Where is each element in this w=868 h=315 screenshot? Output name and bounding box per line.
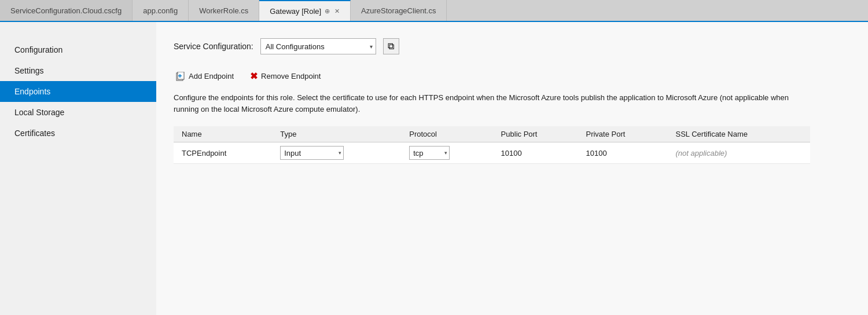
sidebar: Configuration Settings Endpoints Local S… (0, 22, 156, 315)
tab-bar: ServiceConfiguration.Cloud.cscfg app.con… (0, 0, 868, 22)
tab-close-icon[interactable]: ✕ (334, 8, 340, 15)
table-row: TCPEndpoint Input Internal InstanceInput… (174, 142, 810, 164)
tab-label: AzureStorageClient.cs (361, 6, 436, 15)
type-select[interactable]: Input Internal InstanceInput (280, 146, 344, 160)
add-endpoint-button[interactable]: Add Endpoint (174, 71, 236, 82)
type-select-wrapper: Input Internal InstanceInput ▾ (280, 146, 344, 160)
copy-config-button[interactable]: ⧉ (383, 38, 399, 54)
tab-label: ServiceConfiguration.Cloud.cscfg (10, 6, 122, 15)
cell-name: TCPEndpoint (174, 142, 272, 164)
col-private-port: Private Port (578, 126, 667, 142)
service-config-label: Service Configuration: (174, 42, 253, 51)
col-ssl-cert: SSL Certificate Name (667, 126, 810, 142)
endpoints-description: Configure the endpoints for this role. S… (174, 92, 810, 115)
toolbar-row: Add Endpoint ✖ Remove Endpoint (174, 69, 851, 83)
remove-endpoint-icon: ✖ (250, 71, 258, 82)
tab-label: Gateway [Role] (270, 7, 321, 16)
cell-protocol: tcp http https ▾ (401, 142, 492, 164)
add-endpoint-label: Add Endpoint (189, 72, 234, 80)
tab-service-config[interactable]: ServiceConfiguration.Cloud.cscfg (0, 0, 133, 21)
sidebar-item-certificates[interactable]: Certificates (0, 123, 156, 144)
service-config-select[interactable]: All Configurations Cloud Local (260, 38, 376, 54)
col-public-port: Public Port (493, 126, 578, 142)
service-config-row: Service Configuration: All Configuration… (174, 38, 851, 54)
col-type: Type (272, 126, 401, 142)
tab-label: WorkerRole.cs (199, 6, 248, 15)
service-config-select-wrapper: All Configurations Cloud Local ▾ (260, 38, 376, 54)
tab-app-config[interactable]: app.config (133, 0, 189, 21)
add-endpoint-icon (176, 72, 185, 81)
sidebar-item-local-storage[interactable]: Local Storage (0, 102, 156, 123)
protocol-select[interactable]: tcp http https (409, 146, 450, 160)
cell-type: Input Internal InstanceInput ▾ (272, 142, 401, 164)
sidebar-item-endpoints[interactable]: Endpoints (0, 81, 156, 102)
sidebar-item-settings[interactable]: Settings (0, 60, 156, 81)
endpoints-table: Name Type Protocol Public Port Private P… (174, 126, 810, 164)
col-name: Name (174, 126, 272, 142)
cell-private-port: 10100 (578, 142, 667, 164)
cell-public-port: 10100 (493, 142, 578, 164)
tab-label: app.config (143, 6, 178, 15)
tab-pin-icon[interactable]: ⊕ (325, 8, 330, 15)
sidebar-item-configuration[interactable]: Configuration (0, 39, 156, 60)
tab-worker-role[interactable]: WorkerRole.cs (189, 0, 259, 21)
content-area: Service Configuration: All Configuration… (156, 22, 868, 315)
copy-pages-icon: ⧉ (388, 42, 394, 51)
remove-endpoint-button[interactable]: ✖ Remove Endpoint (248, 69, 323, 83)
tab-gateway-role[interactable]: Gateway [Role] ⊕ ✕ (259, 0, 351, 21)
cell-ssl-certificate: (not applicable) (667, 142, 810, 164)
protocol-select-wrapper: tcp http https ▾ (409, 146, 450, 160)
tab-azure-storage[interactable]: AzureStorageClient.cs (351, 0, 447, 21)
col-protocol: Protocol (401, 126, 492, 142)
main-layout: Configuration Settings Endpoints Local S… (0, 22, 868, 315)
remove-endpoint-label: Remove Endpoint (261, 72, 321, 80)
